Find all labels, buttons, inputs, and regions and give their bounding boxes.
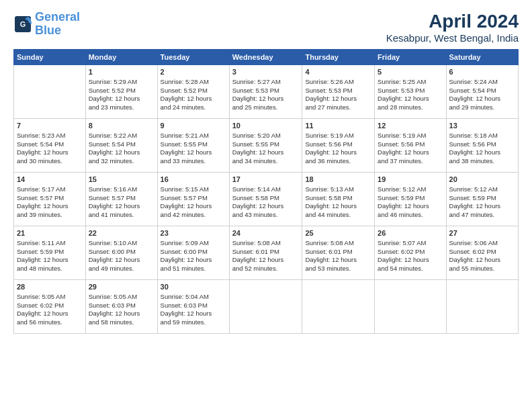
- calendar-cell: 15Sunrise: 5:16 AMSunset: 5:57 PMDayligh…: [85, 173, 157, 226]
- day-number: 3: [232, 67, 300, 77]
- day-detail: Sunrise: 5:29 AM: [89, 78, 154, 87]
- day-detail: and 39 minutes.: [17, 211, 83, 220]
- day-detail: and 44 minutes.: [305, 211, 371, 220]
- calendar-cell: 4Sunrise: 5:26 AMSunset: 5:53 PMDaylight…: [302, 65, 375, 119]
- day-detail: Sunset: 6:02 PM: [378, 248, 443, 257]
- header: G General Blue April 2024 Kesabpur, West…: [13, 11, 519, 44]
- day-detail: and 25 minutes.: [232, 103, 300, 112]
- day-number: 13: [449, 121, 515, 131]
- day-number: 19: [378, 175, 443, 185]
- day-detail: and 48 minutes.: [17, 265, 83, 273]
- calendar-cell: 20Sunrise: 5:12 AMSunset: 5:59 PMDayligh…: [446, 173, 518, 226]
- day-number: 27: [449, 228, 515, 238]
- day-detail: and 54 minutes.: [378, 265, 443, 273]
- day-number: 16: [161, 175, 226, 185]
- day-detail: and 41 minutes.: [89, 211, 154, 220]
- day-number: 23: [161, 228, 226, 238]
- day-detail: Daylight: 12 hours: [17, 310, 83, 318]
- day-detail: Sunset: 5:52 PM: [89, 87, 154, 95]
- day-detail: Sunrise: 5:11 AM: [17, 239, 83, 248]
- day-detail: Sunrise: 5:05 AM: [89, 293, 154, 302]
- day-number: 4: [305, 67, 371, 77]
- page: G General Blue April 2024 Kesabpur, West…: [0, 0, 532, 411]
- main-title: April 2024: [386, 11, 519, 32]
- title-block: April 2024 Kesabpur, West Bengal, India: [386, 11, 519, 44]
- day-detail: Daylight: 12 hours: [449, 256, 515, 265]
- day-detail: Sunrise: 5:27 AM: [232, 78, 300, 87]
- day-detail: Daylight: 12 hours: [232, 256, 300, 265]
- day-number: 28: [17, 282, 83, 292]
- calendar-cell: [446, 280, 518, 334]
- day-number: 21: [17, 228, 83, 238]
- day-detail: Sunrise: 5:16 AM: [89, 185, 154, 194]
- calendar-table: SundayMondayTuesdayWednesdayThursdayFrid…: [13, 49, 519, 334]
- calendar-header-monday: Monday: [85, 50, 157, 65]
- day-detail: Sunrise: 5:07 AM: [378, 239, 443, 248]
- calendar-header-tuesday: Tuesday: [157, 50, 229, 65]
- day-detail: Sunrise: 5:08 AM: [305, 239, 371, 248]
- calendar-header-wednesday: Wednesday: [229, 50, 302, 65]
- calendar-cell: 3Sunrise: 5:27 AMSunset: 5:53 PMDaylight…: [229, 65, 302, 119]
- day-number: 9: [161, 121, 226, 131]
- day-detail: Sunset: 5:53 PM: [305, 87, 371, 95]
- day-detail: and 36 minutes.: [305, 157, 371, 166]
- logo-text: General Blue: [35, 11, 80, 38]
- calendar-cell: 2Sunrise: 5:28 AMSunset: 5:52 PMDaylight…: [157, 65, 229, 119]
- day-detail: and 59 minutes.: [161, 318, 226, 327]
- calendar-cell: 12Sunrise: 5:19 AMSunset: 5:56 PMDayligh…: [375, 119, 446, 173]
- day-number: 20: [449, 175, 515, 185]
- day-detail: Sunrise: 5:24 AM: [449, 78, 515, 87]
- day-detail: Sunrise: 5:14 AM: [232, 185, 300, 194]
- calendar-cell: 1Sunrise: 5:29 AMSunset: 5:52 PMDaylight…: [85, 65, 157, 119]
- day-number: 18: [305, 175, 371, 185]
- day-detail: and 49 minutes.: [89, 265, 154, 273]
- day-detail: Sunset: 5:56 PM: [305, 140, 371, 149]
- calendar-cell: 29Sunrise: 5:05 AMSunset: 6:03 PMDayligh…: [85, 280, 157, 334]
- calendar-cell: [229, 280, 302, 334]
- day-number: 6: [449, 67, 515, 77]
- calendar-cell: 10Sunrise: 5:20 AMSunset: 5:55 PMDayligh…: [229, 119, 302, 173]
- day-detail: Daylight: 12 hours: [161, 310, 226, 318]
- day-detail: Sunset: 5:57 PM: [161, 194, 226, 203]
- day-number: 8: [89, 121, 154, 131]
- calendar-week-row: 7Sunrise: 5:23 AMSunset: 5:54 PMDaylight…: [14, 119, 519, 173]
- day-detail: Sunrise: 5:09 AM: [161, 239, 226, 248]
- calendar-week-row: 14Sunrise: 5:17 AMSunset: 5:57 PMDayligh…: [14, 173, 519, 226]
- calendar-cell: 9Sunrise: 5:21 AMSunset: 5:55 PMDaylight…: [157, 119, 229, 173]
- day-detail: Sunrise: 5:21 AM: [161, 132, 226, 140]
- day-detail: Sunset: 5:56 PM: [378, 140, 443, 149]
- calendar-header-thursday: Thursday: [302, 50, 375, 65]
- day-detail: and 53 minutes.: [305, 265, 371, 273]
- day-detail: and 34 minutes.: [232, 157, 300, 166]
- calendar-cell: [14, 65, 86, 119]
- day-detail: and 42 minutes.: [161, 211, 226, 220]
- calendar-cell: [302, 280, 375, 334]
- day-detail: Sunrise: 5:23 AM: [17, 132, 83, 140]
- day-detail: Daylight: 12 hours: [89, 202, 154, 211]
- day-detail: and 47 minutes.: [449, 211, 515, 220]
- day-detail: Sunrise: 5:18 AM: [449, 132, 515, 140]
- day-detail: Sunset: 5:59 PM: [378, 194, 443, 203]
- calendar-cell: 30Sunrise: 5:04 AMSunset: 6:03 PMDayligh…: [157, 280, 229, 334]
- day-detail: Sunset: 5:58 PM: [305, 194, 371, 203]
- day-detail: Daylight: 12 hours: [89, 256, 154, 265]
- day-detail: Daylight: 12 hours: [232, 95, 300, 103]
- calendar-cell: [375, 280, 446, 334]
- day-detail: Sunset: 5:53 PM: [232, 87, 300, 95]
- calendar-cell: 25Sunrise: 5:08 AMSunset: 6:01 PMDayligh…: [302, 226, 375, 280]
- day-number: 17: [232, 175, 300, 185]
- day-detail: Daylight: 12 hours: [449, 95, 515, 103]
- day-detail: Sunrise: 5:19 AM: [378, 132, 443, 140]
- day-detail: Daylight: 12 hours: [449, 202, 515, 211]
- day-detail: Daylight: 12 hours: [378, 148, 443, 157]
- day-detail: Daylight: 12 hours: [161, 148, 226, 157]
- day-detail: Daylight: 12 hours: [161, 202, 226, 211]
- day-detail: Daylight: 12 hours: [89, 148, 154, 157]
- day-number: 25: [305, 228, 371, 238]
- calendar-week-row: 1Sunrise: 5:29 AMSunset: 5:52 PMDaylight…: [14, 65, 519, 119]
- day-detail: Sunrise: 5:04 AM: [161, 293, 226, 302]
- calendar-cell: 11Sunrise: 5:19 AMSunset: 5:56 PMDayligh…: [302, 119, 375, 173]
- day-detail: Sunset: 6:03 PM: [89, 302, 154, 310]
- calendar-cell: 22Sunrise: 5:10 AMSunset: 6:00 PMDayligh…: [85, 226, 157, 280]
- day-detail: Daylight: 12 hours: [378, 202, 443, 211]
